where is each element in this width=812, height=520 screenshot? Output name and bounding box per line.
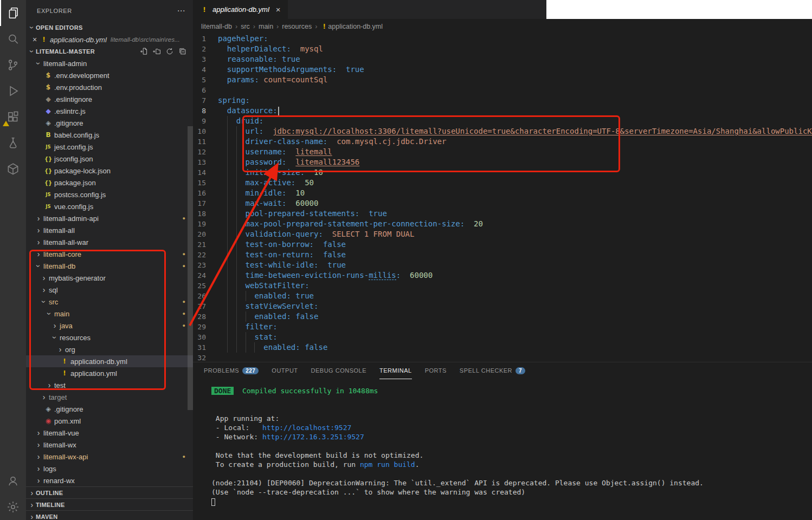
tree-item-package-lock.json[interactable]: {}package-lock.json (26, 165, 193, 177)
terminal-output[interactable]: DONE Compiled successfully in 10488ms Ap… (193, 379, 812, 506)
code-line-26[interactable]: 26 enabled: true (193, 291, 812, 301)
extensions-icon[interactable] (0, 104, 26, 130)
code-line-11[interactable]: 11 driver-class-name: com.mysql.cj.jdbc.… (193, 136, 812, 147)
code-line-10[interactable]: 10 url: jdbc:mysql://localhost:3306/lite… (193, 126, 812, 136)
tree-item-application-db.yml[interactable]: !application-db.yml (26, 355, 193, 367)
section-header-outline[interactable]: ›OUTLINE (26, 486, 193, 498)
code-line-16[interactable]: 16 min-idle: 10 (193, 188, 812, 198)
panel-tab-spell-checker[interactable]: SPELL CHECKER7 (460, 362, 525, 379)
settings-icon[interactable] (0, 494, 26, 520)
code-line-22[interactable]: 22 test-on-return: false (193, 250, 812, 260)
breadcrumb-resources[interactable]: resources (282, 23, 312, 30)
tree-item-resources[interactable]: ›resources (26, 332, 193, 343)
refresh-icon[interactable] (165, 47, 175, 56)
tree-item-pom.xml[interactable]: ◉pom.xml (26, 415, 193, 427)
tree-item-vue.config.js[interactable]: JSvue.config.js (26, 200, 193, 212)
code-line-9[interactable]: 9 druid: (193, 116, 812, 126)
new-file-icon[interactable] (139, 47, 149, 56)
terminal-link[interactable]: http://172.16.3.251:9527 (262, 433, 364, 441)
tree-item-src[interactable]: ›src● (26, 296, 193, 308)
panel-tab-output[interactable]: OUTPUT (272, 362, 298, 379)
close-icon[interactable]: × (30, 35, 39, 44)
new-folder-icon[interactable] (152, 47, 162, 56)
open-editor-item[interactable]: × ! application-db.yml litemall-db\src\m… (26, 34, 193, 46)
containers-icon[interactable] (0, 156, 26, 182)
code-line-21[interactable]: 21 test-on-borrow: false (193, 239, 812, 250)
section-header-maven[interactable]: ›MAVEN (26, 510, 193, 520)
collapse-all-icon[interactable] (178, 47, 188, 56)
panel-tab-ports[interactable]: PORTS (425, 362, 447, 379)
panel-tab-problems[interactable]: PROBLEMS227 (204, 362, 259, 379)
code-line-23[interactable]: 23 test-while-idle: true (193, 260, 812, 270)
tree-item-logs[interactable]: ›logs (26, 463, 193, 474)
tab-application-db-yml[interactable]: ! application-db.yml × (193, 0, 288, 19)
tree-item-postcss.config.js[interactable]: JSpostcss.config.js (26, 188, 193, 200)
code-line-6[interactable]: 6 (193, 85, 812, 95)
code-line-20[interactable]: 20 validation-query: SELECT 1 FROM DUAL (193, 229, 812, 239)
breadcrumb-file[interactable]: application-db.yml (328, 23, 383, 30)
accounts-icon[interactable] (0, 468, 26, 494)
tree-item-.env.production[interactable]: $.env.production (26, 81, 193, 93)
code-line-1[interactable]: 1pagehelper: (193, 34, 812, 44)
code-line-15[interactable]: 15 max-active: 50 (193, 178, 812, 188)
breadcrumb-src[interactable]: src (241, 23, 250, 30)
tree-item-org[interactable]: ›org (26, 343, 193, 355)
code-line-5[interactable]: 5 params: count=countSql (193, 75, 812, 85)
tree-item-test[interactable]: ›test (26, 379, 193, 391)
code-editor[interactable]: 1pagehelper:2 helperDialect: mysql3 reas… (193, 34, 812, 362)
code-line-29[interactable]: 29 filter: (193, 322, 812, 332)
tree-item-jest.config.js[interactable]: JSjest.config.js (26, 141, 193, 153)
tree-item-mybatis-generator[interactable]: ›mybatis-generator (26, 272, 193, 284)
tree-item-litemall-all-war[interactable]: ›litemall-all-war (26, 236, 193, 248)
testing-icon[interactable] (0, 130, 26, 156)
tree-item-litemall-wx-api[interactable]: ›litemall-wx-api● (26, 451, 193, 463)
tree-item-java[interactable]: ›java● (26, 320, 193, 332)
sidebar-scrollbar[interactable] (188, 126, 193, 410)
search-icon[interactable] (0, 26, 26, 52)
tree-item-.eslintignore[interactable]: ◆.eslintignore (26, 93, 193, 105)
code-line-17[interactable]: 17 max-wait: 60000 (193, 198, 812, 209)
tree-item-target[interactable]: ›target (26, 391, 193, 403)
project-root-header[interactable]: › LITEMALL-MASTER (26, 46, 193, 57)
code-line-24[interactable]: 24 time-between-eviction-runs-millis: 60… (193, 270, 812, 281)
more-actions-icon[interactable]: ⋯ (177, 6, 185, 16)
code-line-12[interactable]: 12 username: litemall (193, 147, 812, 157)
tree-item-litemall-admin[interactable]: ›litemall-admin (26, 57, 193, 69)
tree-item-renard-wx[interactable]: ›renard-wx (26, 474, 193, 486)
breadcrumb[interactable]: litemall-db›src›main›resources›!applicat… (193, 19, 812, 34)
code-line-18[interactable]: 18 pool-prepared-statements: true (193, 209, 812, 219)
tree-item-.gitignore[interactable]: ◈.gitignore (26, 117, 193, 129)
section-header-timeline[interactable]: ›TIMELINE (26, 498, 193, 510)
tree-item-package.json[interactable]: {}package.json (26, 177, 193, 188)
tree-item-.env.development[interactable]: $.env.development (26, 69, 193, 81)
breadcrumb-litemall-db[interactable]: litemall-db (201, 23, 232, 30)
tree-item-application.yml[interactable]: !application.yml (26, 367, 193, 379)
tree-item-litemall-core[interactable]: ›litemall-core● (26, 248, 193, 260)
code-line-19[interactable]: 19 max-pool-prepared-statement-per-conne… (193, 219, 812, 229)
tree-item-.gitignore[interactable]: ◈.gitignore (26, 403, 193, 415)
code-line-30[interactable]: 30 stat: (193, 332, 812, 342)
tree-item-main[interactable]: ›main● (26, 308, 193, 320)
tree-item-jsconfig.json[interactable]: {}jsconfig.json (26, 153, 193, 165)
terminal-link[interactable]: npm run build (360, 460, 415, 469)
code-line-4[interactable]: 4 supportMethodsArguments: true (193, 64, 812, 75)
tree-item-litemall-all[interactable]: ›litemall-all (26, 224, 193, 236)
code-line-7[interactable]: 7spring: (193, 95, 812, 106)
open-editors-header[interactable]: › OPEN EDITORS (26, 22, 193, 34)
tree-item-litemall-admin-api[interactable]: ›litemall-admin-api● (26, 212, 193, 224)
code-line-31[interactable]: 31 enabled: false (193, 342, 812, 353)
code-line-28[interactable]: 28 enabled: false (193, 311, 812, 322)
close-icon[interactable]: × (276, 5, 281, 14)
panel-tab-terminal[interactable]: TERMINAL (379, 362, 412, 379)
code-line-13[interactable]: 13 password: litemall123456 (193, 157, 812, 167)
explorer-icon[interactable] (0, 0, 26, 26)
code-line-25[interactable]: 25 webStatFilter: (193, 281, 812, 291)
breadcrumb-main[interactable]: main (259, 23, 273, 30)
tree-item-.eslintrc.js[interactable]: ◆.eslintrc.js (26, 105, 193, 117)
code-line-32[interactable]: 32 (193, 353, 812, 362)
tree-item-litemall-vue[interactable]: ›litemall-vue (26, 427, 193, 439)
panel-tab-debug-console[interactable]: DEBUG CONSOLE (311, 362, 366, 379)
code-line-3[interactable]: 3 reasonable: true (193, 54, 812, 64)
tree-item-sql[interactable]: ›sql (26, 284, 193, 296)
code-line-14[interactable]: 14 initial-size: 10 (193, 167, 812, 178)
